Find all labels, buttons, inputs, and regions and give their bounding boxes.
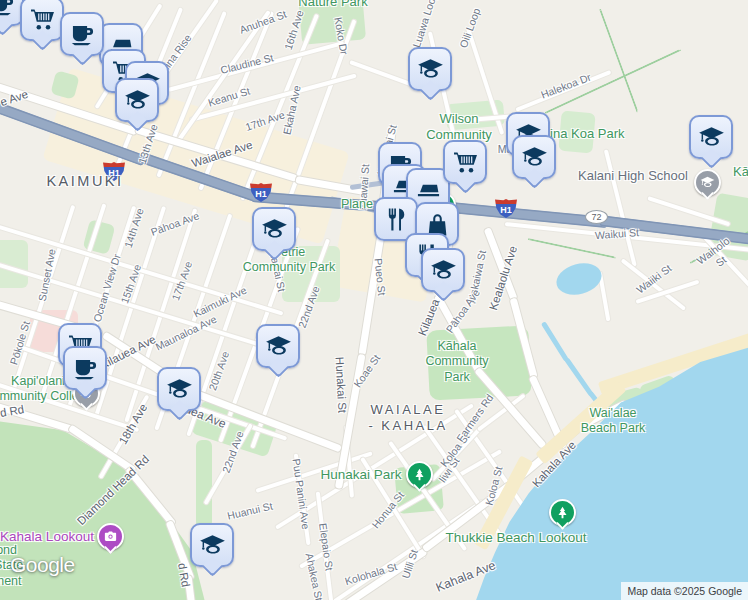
marker-tail	[523, 168, 544, 189]
graduation-cap-icon	[199, 532, 226, 559]
shopping-cart-icon	[452, 149, 479, 176]
google-logo[interactable]: Google	[10, 553, 75, 577]
graduation-cap-icon	[698, 124, 725, 151]
graduation-cap-icon	[417, 56, 444, 83]
shopping-cart-icon	[29, 6, 56, 33]
marker-graduation-cap[interactable]	[421, 248, 465, 292]
marker-graduation-cap[interactable]	[115, 78, 159, 122]
coffee-cup-icon	[72, 355, 99, 382]
marker-shopping-cart[interactable]	[443, 140, 487, 184]
marker-graduation-cap[interactable]	[512, 135, 556, 179]
marker-graduation-cap[interactable]	[190, 523, 234, 567]
marker-tail	[126, 111, 147, 132]
coffee-cup-icon	[0, 0, 16, 18]
marker-tail	[0, 15, 13, 36]
marker-tail	[267, 357, 288, 378]
marker-graduation-cap[interactable]	[256, 324, 300, 368]
marker-graduation-cap[interactable]	[408, 47, 452, 91]
marker-graduation-cap[interactable]	[157, 367, 201, 411]
marker-coffee-cup[interactable]	[60, 12, 104, 56]
graduation-cap-icon	[521, 144, 548, 171]
marker-tail	[168, 400, 189, 421]
restaurant-icon	[383, 206, 410, 233]
graduation-cap-icon	[261, 216, 288, 243]
marker-tail	[432, 281, 453, 302]
coffee-cup-icon	[69, 21, 96, 48]
graduation-cap-icon	[166, 376, 193, 403]
marker-tail	[700, 148, 721, 169]
marker-coffee-cup[interactable]	[63, 346, 107, 390]
graduation-cap-icon	[430, 257, 457, 284]
marker-tail	[201, 556, 222, 577]
marker-graduation-cap[interactable]	[252, 207, 296, 251]
graduation-cap-icon	[124, 87, 151, 114]
marker-graduation-cap[interactable]	[689, 115, 733, 159]
laptop-icon	[415, 177, 442, 204]
graduation-cap-icon	[265, 333, 292, 360]
marker-shopping-cart[interactable]	[20, 0, 64, 41]
marker-tail	[419, 80, 440, 101]
marker-tail	[263, 240, 284, 261]
markers-layer	[0, 0, 748, 600]
marker-tail	[74, 379, 95, 400]
marker-tail	[454, 173, 475, 194]
marker-tail	[31, 30, 52, 51]
marker-tail	[71, 45, 92, 66]
map-canvas[interactable]: H1H1H172 Anuhea StKoko DrClaudine St16th…	[0, 0, 748, 600]
